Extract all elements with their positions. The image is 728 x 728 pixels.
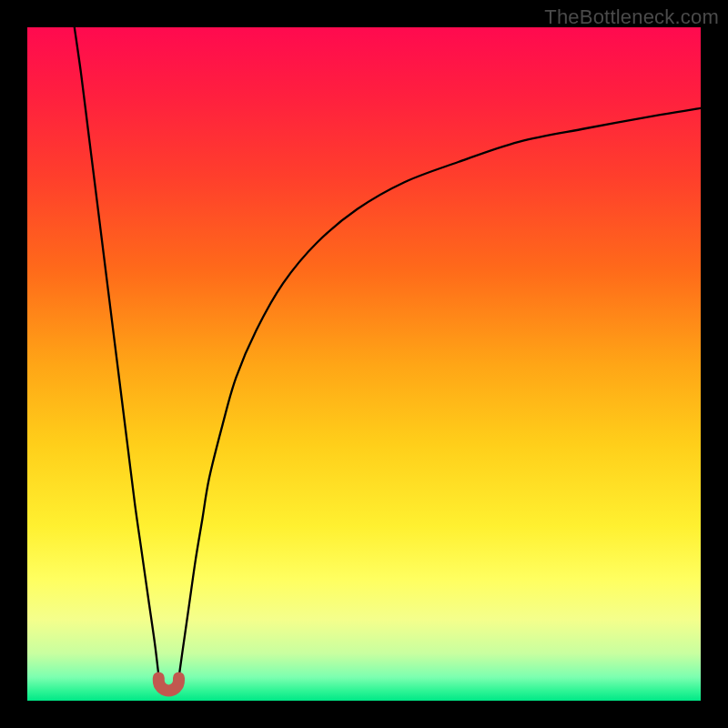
gradient-background	[27, 27, 701, 701]
plot-area	[27, 27, 701, 701]
chart-svg	[27, 27, 701, 701]
watermark-text: TheBottleneck.com	[544, 5, 719, 29]
chart-frame: TheBottleneck.com	[0, 0, 728, 728]
